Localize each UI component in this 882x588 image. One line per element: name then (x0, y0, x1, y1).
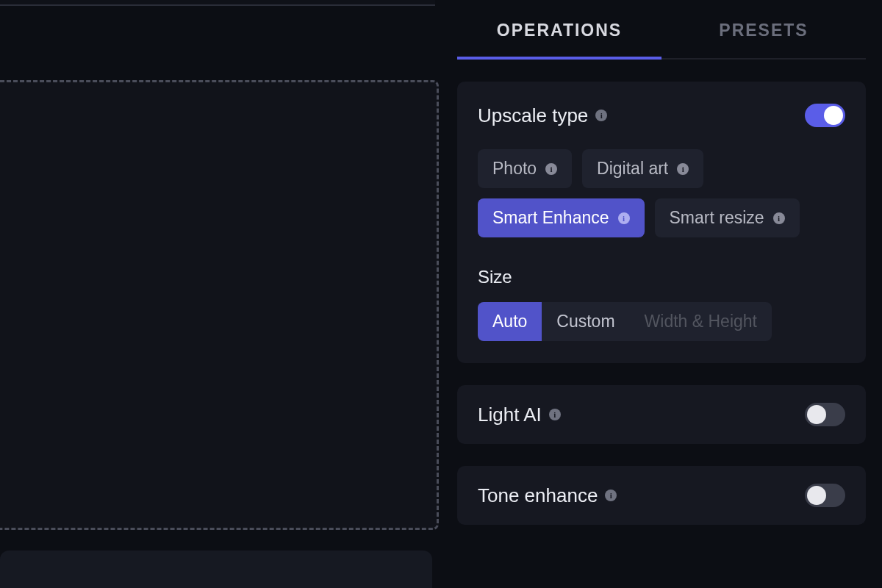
chip-label: Smart resize (670, 208, 764, 228)
info-icon[interactable]: i (618, 212, 630, 224)
section-title-tone-enhance: Tone enhance i (478, 484, 617, 507)
canvas-dropzone[interactable] (0, 80, 439, 530)
chip-label: Digital art (597, 159, 668, 179)
size-title: Size (478, 267, 845, 287)
section-header: Tone enhance i (478, 484, 845, 507)
upscale-options: Photo i Digital art i Smart Enhance i Sm… (478, 149, 845, 237)
info-icon[interactable]: i (595, 110, 607, 121)
canvas-top-divider (0, 0, 435, 6)
tab-operations[interactable]: Operations (457, 13, 662, 60)
bottom-bar (0, 551, 432, 588)
chip-digital-art[interactable]: Digital art i (582, 149, 703, 188)
chip-smart-enhance[interactable]: Smart Enhance i (478, 198, 645, 237)
segment-width-height: Width & Height (630, 302, 772, 341)
toggle-knob (807, 405, 826, 424)
segment-auto[interactable]: Auto (478, 302, 542, 341)
upscale-title-text: Upscale type (478, 104, 588, 127)
info-icon[interactable]: i (545, 163, 557, 175)
tone-enhance-title-text: Tone enhance (478, 484, 598, 507)
section-header: Light AI i (478, 403, 845, 426)
toggle-knob (824, 106, 843, 125)
chip-label: Smart Enhance (492, 208, 609, 228)
toggle-tone-enhance[interactable] (805, 484, 845, 507)
info-icon[interactable]: i (773, 212, 785, 224)
settings-panel: Operations Presets Upscale type i Photo … (441, 0, 882, 588)
segment-custom[interactable]: Custom (542, 302, 629, 341)
info-icon[interactable]: i (677, 163, 689, 175)
section-upscale-type: Upscale type i Photo i Digital art i Sma… (457, 82, 866, 363)
section-title-light-ai: Light AI i (478, 404, 561, 426)
section-header: Upscale type i (478, 104, 845, 127)
section-title-upscale: Upscale type i (478, 104, 607, 127)
toggle-light-ai[interactable] (805, 403, 845, 426)
info-icon[interactable]: i (549, 409, 561, 420)
chip-label: Photo (492, 159, 537, 179)
tabs: Operations Presets (457, 13, 866, 60)
light-ai-title-text: Light AI (478, 404, 542, 426)
toggle-upscale[interactable] (805, 104, 845, 127)
section-light-ai: Light AI i (457, 385, 866, 444)
info-icon[interactable]: i (605, 490, 617, 501)
canvas-panel (0, 0, 441, 588)
chip-smart-resize[interactable]: Smart resize i (655, 198, 800, 237)
chip-photo[interactable]: Photo i (478, 149, 572, 188)
tab-presets[interactable]: Presets (662, 13, 866, 60)
size-segmented: Auto Custom Width & Height (478, 302, 772, 341)
toggle-knob (807, 486, 826, 505)
section-tone-enhance: Tone enhance i (457, 466, 866, 525)
